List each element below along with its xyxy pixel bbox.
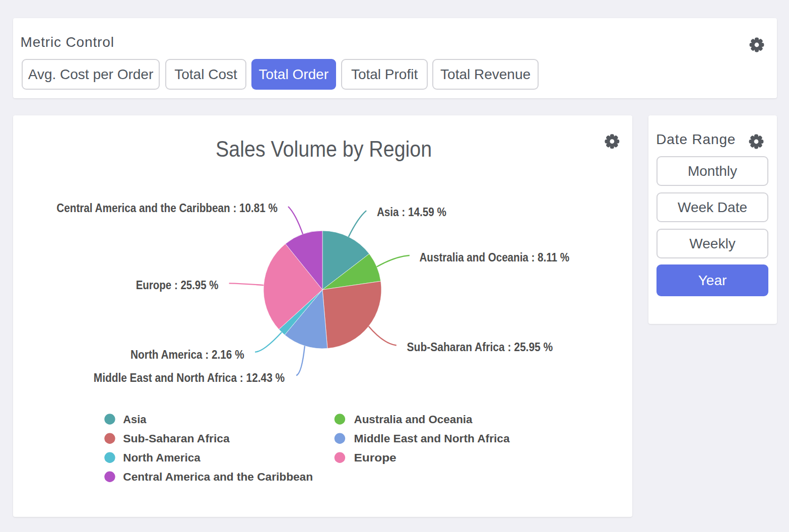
svg-text:Asia : 14.59 %: Asia : 14.59 %	[377, 206, 446, 219]
svg-text:Middle East and North Africa :: Middle East and North Africa : 12.43 %	[94, 371, 285, 384]
svg-text:Central America and the Caribb: Central America and the Caribbean : 10.8…	[56, 202, 278, 215]
svg-text:Sales Volume by Region: Sales Volume by Region	[216, 136, 432, 162]
svg-text:Central America and the Caribb: Central America and the Caribbean	[123, 471, 313, 483]
svg-text:Middle East and North Africa: Middle East and North Africa	[354, 432, 510, 445]
svg-text:Australia and Oceania : 8.11 %: Australia and Oceania : 8.11 %	[420, 251, 570, 264]
svg-text:Sub-Saharan Africa: Sub-Saharan Africa	[123, 432, 230, 445]
svg-text:North America : 2.16 %: North America : 2.16 %	[130, 348, 244, 361]
svg-text:Sub-Saharan Africa : 25.95 %: Sub-Saharan Africa : 25.95 %	[407, 341, 553, 354]
svg-text:North America: North America	[123, 451, 201, 464]
svg-text:Australia and Oceania: Australia and Oceania	[354, 413, 473, 426]
svg-text:Asia: Asia	[123, 413, 146, 426]
svg-text:Europe: Europe	[354, 451, 397, 464]
svg-text:Europe : 25.95 %: Europe : 25.95 %	[136, 279, 219, 292]
